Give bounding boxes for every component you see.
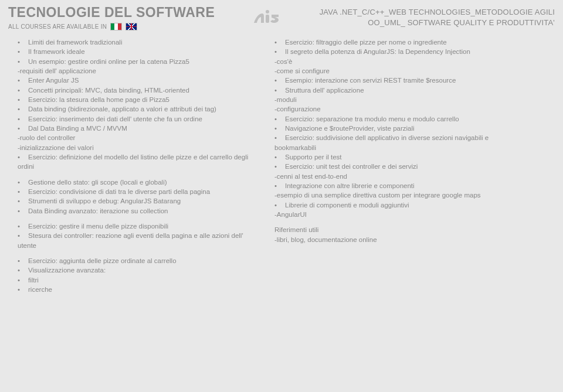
plain-line: -inizializzazione dei valori xyxy=(18,143,258,152)
bullet-line: Librerie di componenti e moduli aggiunti… xyxy=(274,200,515,210)
block-c2-1: Esercizio: filtraggio delle pizze per no… xyxy=(274,38,515,219)
plain-line: Riferimenti utili xyxy=(274,225,515,234)
header-left: TECNOLOGIE DEL SOFTWARE ALL COURSES ARE … xyxy=(8,5,215,30)
column-right: Esercizio: filtraggio delle pizze per no… xyxy=(274,38,515,300)
bullet-line: Dal Data Binding a MVC / MVVM xyxy=(18,124,258,133)
block-c1-4: Esercizio: aggiunta delle pizze ordinate… xyxy=(18,256,258,294)
bullet-line: Esercizio: unit test dei controller e de… xyxy=(274,162,515,171)
bullet-line: Esercizio: la stesura della home page di… xyxy=(18,95,258,104)
logo-icon xyxy=(252,8,282,29)
bullet-line: Concetti principali: MVC, data binding, … xyxy=(18,86,258,95)
block-c1-3: Esercizio: gestire il menu delle pizze d… xyxy=(18,221,258,250)
bullet-line: Esercizio: inserimento dei dati dell' ut… xyxy=(18,114,258,124)
plain-line: -ruolo del controller xyxy=(18,133,258,142)
page-header: TECNOLOGIE DEL SOFTWARE ALL COURSES ARE … xyxy=(0,0,563,34)
subtitle-row: ALL COURSES ARE AVAILABLE IN xyxy=(8,23,215,30)
svg-rect-1 xyxy=(266,15,269,23)
subtitle-text: ALL COURSES ARE AVAILABLE IN xyxy=(8,23,107,30)
bullet-line: Stesura dei controller: reazione agli ev… xyxy=(18,231,258,250)
svg-point-0 xyxy=(266,10,269,13)
bullet-line: Il segreto della potenza di AngularJS: l… xyxy=(274,47,515,56)
bullet-line: Visualizzazione avanzata: xyxy=(18,265,258,275)
bullet-line: Esercizio: definizione del modello del l… xyxy=(18,152,258,172)
bullet-line: Gestione dello stato: gli scope (locali … xyxy=(18,178,258,187)
bullet-line: Esercizio: aggiunta delle pizze ordinate… xyxy=(18,256,258,265)
bullet-line: Esercizio: suddivisione dell applicativo… xyxy=(274,133,515,152)
block-c1-1: Limiti dei framework tradizionaliIl fram… xyxy=(18,38,258,172)
bullet-line: Supporto per il test xyxy=(274,152,515,162)
block-c2-2: Riferimenti utili-libri, blog, documenta… xyxy=(274,225,515,244)
bullet-line: Enter Angular JS xyxy=(18,76,258,85)
flag-uk-icon xyxy=(126,23,137,30)
block-c1-2: Gestione dello stato: gli scope (locali … xyxy=(18,178,258,216)
plain-line: -AngularUI xyxy=(274,210,515,219)
plain-line: -cos'è xyxy=(274,57,515,66)
bullet-line: filtri xyxy=(18,275,258,285)
bullet-line: ricerche xyxy=(18,285,258,294)
page-title: TECNOLOGIE DEL SOFTWARE xyxy=(8,5,215,21)
plain-line: -cenni al test end-to-end xyxy=(274,172,515,181)
bullet-line: Esercizio: gestire il menu delle pizze d… xyxy=(18,221,258,231)
plain-line: -esempio di una semplice direttiva custo… xyxy=(274,190,515,200)
plain-line: -come si configure xyxy=(274,66,515,76)
bullet-line: Struttura dell' applicazione xyxy=(274,86,515,95)
bullet-line: Data binding (bidirezionale, applicato a… xyxy=(18,104,258,114)
bullet-line: Esercizio: condivisione di dati tra le d… xyxy=(18,187,258,196)
header-right: JAVA .NET_C/C++_WEB TECHNOLOGIES_METODOL… xyxy=(320,7,555,28)
plain-line: -configurazione xyxy=(274,104,515,114)
bullet-line: Strumenti di sviluppo e debug: AngularJS… xyxy=(18,196,258,206)
plain-line: -moduli xyxy=(274,95,515,104)
column-left: Limiti dei framework tradizionaliIl fram… xyxy=(18,38,258,300)
bullet-line: Il framework ideale xyxy=(18,47,258,56)
header-right-line1: JAVA .NET_C/C++_WEB TECHNOLOGIES_METODOL… xyxy=(320,7,555,18)
bullet-line: Integrazione con altre librerie e compon… xyxy=(274,181,515,190)
bullet-line: Esempio: interazione con servizi REST tr… xyxy=(274,76,515,85)
plain-line: -libri, blog, documentazione online xyxy=(274,235,515,244)
content-area: Limiti dei framework tradizionaliIl fram… xyxy=(0,34,563,306)
bullet-line: Un esempio: gestire ordini online per la… xyxy=(18,57,258,66)
bullet-line: Esercizio: filtraggio delle pizze per no… xyxy=(274,38,515,47)
plain-line: -requisiti dell' applicazione xyxy=(18,66,258,76)
bullet-line: Esercizio: separazione tra modulo menu e… xyxy=(274,114,515,124)
bullet-line: Limiti dei framework tradizionali xyxy=(18,38,258,47)
flag-it-icon xyxy=(110,23,122,30)
bullet-line: Navigazione e $routeProvider, viste parz… xyxy=(274,124,515,133)
header-right-line2: OO_UML_ SOFTWARE QUALITY E PRODUTTIVITA' xyxy=(320,18,555,28)
bullet-line: Data Binding avanzato: iterazione su col… xyxy=(18,206,258,216)
